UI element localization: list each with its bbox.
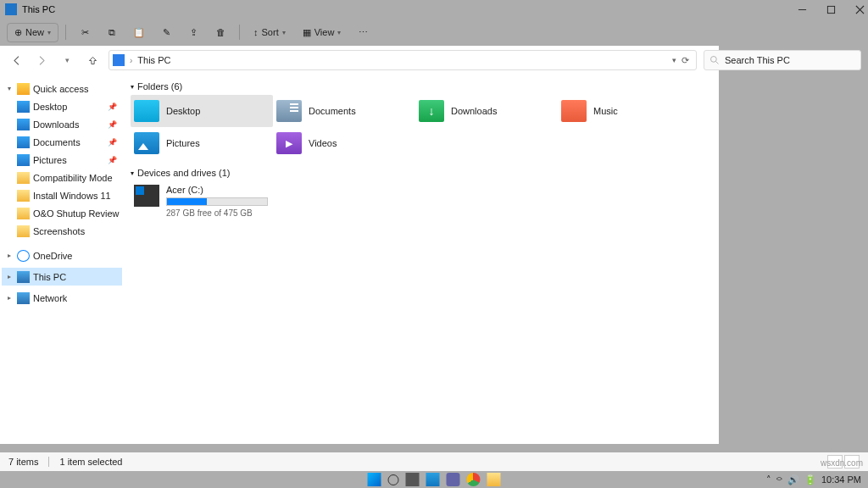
content-area: ▾ Quick access Desktop📌Downloads📌Documen… xyxy=(0,75,719,444)
task-view-button[interactable] xyxy=(406,473,420,486)
delete-icon: 🗑 xyxy=(216,27,225,37)
chat-button[interactable] xyxy=(447,473,460,486)
start-button[interactable] xyxy=(368,473,381,486)
search-placeholder: Search This PC xyxy=(725,55,790,65)
sort-button[interactable]: ↕Sort▾ xyxy=(247,24,292,41)
minimize-button[interactable] xyxy=(797,4,807,14)
view-icon: ▦ xyxy=(303,27,311,38)
quick-access[interactable]: ▾ Quick access xyxy=(2,80,122,97)
tray-chevron-icon[interactable]: ˄ xyxy=(766,474,771,485)
nav-sidebar: ▾ Quick access Desktop📌Downloads📌Documen… xyxy=(0,75,124,444)
folder-item[interactable]: Pictures xyxy=(131,127,273,159)
share-icon: ⇪ xyxy=(190,27,198,38)
paste-button[interactable]: 📋 xyxy=(127,24,151,42)
more-icon: ⋯ xyxy=(359,27,368,38)
capacity-bar xyxy=(166,197,268,206)
search-icon xyxy=(709,55,720,65)
svg-point-4 xyxy=(711,57,717,63)
search-input[interactable]: Search This PC xyxy=(704,50,861,70)
sidebar-item[interactable]: Compatibility Mode xyxy=(2,169,122,186)
this-pc[interactable]: ▸ This PC xyxy=(2,268,122,286)
folder-item[interactable]: Downloads xyxy=(415,95,558,127)
share-button[interactable]: ⇪ xyxy=(181,24,205,42)
cloud-icon xyxy=(17,250,30,262)
taskbar-search-button[interactable] xyxy=(388,474,399,485)
sort-icon: ↕ xyxy=(253,27,259,37)
battery-icon[interactable]: 🔋 xyxy=(804,474,816,485)
chrome-button[interactable] xyxy=(467,473,481,486)
pin-icon: 📌 xyxy=(108,120,117,129)
folder-icon xyxy=(134,132,159,154)
sidebar-item[interactable]: Pictures📌 xyxy=(2,151,122,169)
cut-icon: ✂ xyxy=(81,27,89,38)
chevron-down-icon: ▾ xyxy=(131,169,134,177)
sidebar-item[interactable]: O&O Shutup Review xyxy=(2,204,122,222)
window-title: This PC xyxy=(22,4,55,14)
drive-item[interactable]: Acer (C:)287 GB free of 475 GB xyxy=(131,181,309,221)
app-icon xyxy=(5,3,17,15)
refresh-button[interactable]: ⟳ xyxy=(682,55,689,66)
forward-button[interactable] xyxy=(32,51,51,69)
pin-icon: 📌 xyxy=(108,103,117,111)
breadcrumb-root[interactable]: This PC xyxy=(137,55,170,65)
toolbar-sep2 xyxy=(239,25,240,40)
drives-header[interactable]: ▾Devices and drives (1) xyxy=(131,164,712,181)
folder-icon xyxy=(17,119,30,130)
sidebar-item[interactable]: Documents📌 xyxy=(2,133,122,151)
item-count: 7 items xyxy=(8,457,38,467)
copy-button[interactable]: ⧉ xyxy=(100,24,124,42)
svg-line-5 xyxy=(716,62,719,64)
maximize-button[interactable] xyxy=(826,4,836,14)
folders-header[interactable]: ▾Folders (6) xyxy=(131,78,712,95)
address-dropdown[interactable]: ▾ xyxy=(672,56,676,64)
onedrive[interactable]: ▸ OneDrive xyxy=(2,247,122,264)
back-button[interactable] xyxy=(7,51,25,69)
taskbar-center xyxy=(368,473,501,486)
close-button[interactable] xyxy=(854,4,865,14)
folder-icon xyxy=(134,100,159,122)
network[interactable]: ▸ Network xyxy=(2,289,122,307)
copy-icon: ⧉ xyxy=(108,27,115,38)
main-pane: ▾Folders (6) DesktopDocumentsDownloadsMu… xyxy=(124,75,719,444)
pin-icon: 📌 xyxy=(108,156,117,164)
rename-icon: ✎ xyxy=(163,27,170,38)
drive-icon xyxy=(134,185,159,207)
widgets-button[interactable] xyxy=(426,473,440,486)
nav-row: ▾ › This PC ▾ ⟳ Search This PC xyxy=(0,46,868,75)
folder-item[interactable]: Documents xyxy=(273,95,415,127)
more-button[interactable]: ⋯ xyxy=(351,24,375,42)
folders-grid: DesktopDocumentsDownloadsMusicPicturesVi… xyxy=(131,95,712,159)
cut-button[interactable]: ✂ xyxy=(73,24,97,42)
folder-item[interactable]: Desktop xyxy=(131,95,273,127)
clock[interactable]: 10:34 PM xyxy=(821,475,861,485)
explorer-button[interactable] xyxy=(487,473,501,486)
new-label: New xyxy=(25,27,44,37)
sidebar-item[interactable]: Install Windows 11 xyxy=(2,186,122,204)
volume-icon[interactable]: 🔊 xyxy=(787,474,799,485)
system-tray: ˄ ⌔ 🔊 🔋 10:34 PM xyxy=(766,474,868,485)
folder-icon xyxy=(276,100,302,122)
delete-button[interactable]: 🗑 xyxy=(209,24,232,41)
sidebar-item[interactable]: Screenshots xyxy=(2,222,122,240)
up-button[interactable] xyxy=(83,51,102,69)
selection-count: 1 item selected xyxy=(59,457,122,467)
sidebar-item[interactable]: Desktop📌 xyxy=(2,97,122,115)
sidebar-item[interactable]: Downloads📌 xyxy=(2,115,122,133)
folder-icon xyxy=(17,208,30,219)
new-button[interactable]: ⊕ New ▾ xyxy=(7,23,58,42)
rename-button[interactable]: ✎ xyxy=(154,24,178,42)
chevron-right-icon[interactable]: ▸ xyxy=(5,294,14,302)
address-bar[interactable]: › This PC ▾ ⟳ xyxy=(108,50,697,70)
recent-button[interactable]: ▾ xyxy=(58,51,76,69)
folder-icon xyxy=(17,225,30,237)
chevron-right-icon[interactable]: ▸ xyxy=(5,273,14,280)
chevron-down-icon[interactable]: ▾ xyxy=(5,85,14,92)
folder-item[interactable]: Music xyxy=(558,95,700,127)
folder-item[interactable]: Videos xyxy=(273,127,415,159)
folder-icon xyxy=(276,132,302,154)
wifi-icon[interactable]: ⌔ xyxy=(776,474,782,485)
folder-icon xyxy=(419,100,444,122)
folder-icon xyxy=(17,154,30,166)
view-button[interactable]: ▦View▾ xyxy=(296,24,348,42)
chevron-right-icon[interactable]: ▸ xyxy=(5,252,14,259)
